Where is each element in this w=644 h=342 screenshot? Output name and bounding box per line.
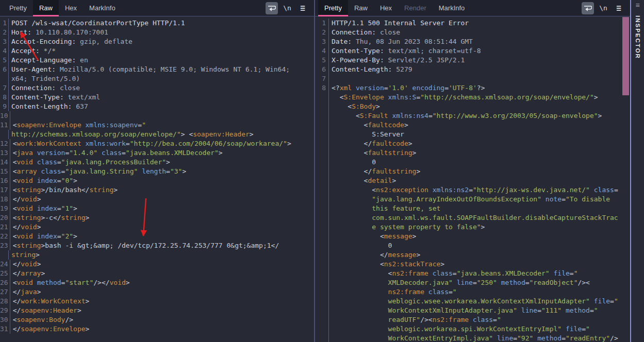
http-message-editor: PrettyRawHexMarkInfo \n ≡ 1POST /wls-wsa… (0, 0, 644, 342)
tab-markinfo[interactable]: MarkInfo (433, 0, 471, 16)
line-number: 3 (315, 37, 329, 46)
code-line: 24</void> (0, 260, 314, 269)
line-content: Connection: close (9, 83, 80, 93)
line-content: </void> (10, 260, 41, 269)
line-content: WorkContextEntryImpl.java" line="92" met… (329, 334, 618, 342)
line-number (0, 250, 9, 260)
code-line: 31</soapenv:Envelope> (0, 324, 314, 334)
line-number (315, 306, 329, 315)
tab-raw[interactable]: Raw (348, 0, 374, 16)
response-tabbar: PrettyRawHexRenderMarkInfo \n ≡ (315, 0, 630, 16)
line-content: weblogic.wsee.workarea.WorkContextXmlInp… (329, 297, 618, 306)
code-line: WorkContextEntryImpl.java" line="92" met… (315, 334, 630, 342)
line-content: 0 (329, 158, 376, 167)
request-tabbar: PrettyRawHexMarkInfo \n ≡ (0, 0, 314, 16)
line-number: 25 (0, 269, 10, 278)
code-line: 19<void index="1"> (0, 204, 314, 213)
inspector-strip[interactable]: ≡ INSPECTOR (630, 0, 644, 342)
code-line: 26<void method="start"/></void> (0, 278, 314, 287)
code-line: 1POST /wls-wsat/CoordinatorPortType HTTP… (0, 19, 314, 28)
code-line: 7 (315, 74, 630, 83)
tab-pretty[interactable]: Pretty (3, 0, 33, 16)
code-line: this feature, set (315, 204, 630, 213)
code-line: 4Content-Type: text/xml; charset=utf-8 (315, 46, 630, 56)
editor-menu-icon[interactable]: ≡ (296, 2, 309, 14)
response-scrollbar-thumb[interactable] (622, 17, 629, 95)
code-line: <detail> (315, 176, 630, 185)
line-content: readUTF"/><ns2:frame class=" (329, 315, 501, 324)
line-content: com.sun.xml.ws.fault.SOAPFaultBuilder.di… (329, 213, 618, 223)
tab-raw[interactable]: Raw (33, 0, 59, 16)
line-number (315, 148, 329, 158)
code-line: 16<void index="0"> (0, 176, 314, 185)
code-line: <faultcode> (315, 121, 630, 130)
line-number: 17 (0, 185, 10, 195)
code-line: 3Accept-Encoding: gzip, deflate (0, 37, 314, 46)
code-line: com.sun.xml.ws.fault.SOAPFaultBuilder.di… (315, 213, 630, 223)
line-number: 10 (0, 111, 10, 121)
code-line: 6User-Agent: Mozilla/5.0 (compatible; MS… (0, 65, 314, 74)
line-content: <ns2:stackTrace> (329, 260, 444, 269)
code-line: string> (0, 250, 314, 260)
code-line: 8Content-Type: text/xml (0, 93, 314, 102)
code-line: </faultstring> (315, 167, 630, 176)
tab-markinfo[interactable]: MarkInfo (83, 0, 122, 16)
line-number: 29 (0, 306, 10, 315)
code-line: <faultstring> (315, 148, 630, 158)
inspector-label: INSPECTOR (635, 15, 641, 59)
tab-render[interactable]: Render (398, 0, 433, 16)
line-content: <soapenv:Envelope xmlns:soapenv=" (10, 121, 146, 130)
line-content (329, 74, 332, 83)
line-content: <S:Body> (329, 102, 380, 111)
request-code[interactable]: 1POST /wls-wsat/CoordinatorPortType HTTP… (0, 16, 314, 342)
line-content: Content-Length: 637 (9, 102, 88, 111)
line-number: 4 (0, 46, 9, 56)
code-line: weblogic.wsee.workarea.WorkContextXmlInp… (315, 297, 630, 306)
line-number: 13 (0, 148, 10, 158)
line-content: <ns2:exception xmlns:ns2="http://jax-ws.… (329, 185, 618, 195)
tab-hex[interactable]: Hex (59, 0, 83, 16)
code-line: e system property to false"> (315, 223, 630, 232)
line-number (0, 130, 9, 139)
line-content: POST /wls-wsat/CoordinatorPortType HTTP/… (9, 19, 185, 28)
code-line: 1HTTP/1.1 500 Internal Server Error (315, 19, 630, 28)
editor-menu-icon[interactable]: ≡ (613, 2, 625, 14)
line-number: 20 (0, 213, 10, 223)
line-content: <void index="2"> (10, 232, 77, 241)
code-line: weblogic.workarea.spi.WorkContextEntryIm… (315, 324, 630, 334)
line-content: </work:WorkContext> (10, 297, 90, 306)
line-content: <work:WorkContext xmlns:work="http://bea… (10, 139, 291, 148)
response-code[interactable]: 1HTTP/1.1 500 Internal Server Error2Conn… (315, 16, 630, 342)
code-line: 15<array class="java.lang.String" length… (0, 167, 314, 176)
code-line: 9Content-Length: 637 (0, 102, 314, 111)
tab-hex[interactable]: Hex (374, 0, 398, 16)
code-line: </message> (315, 250, 630, 260)
code-line: <S:Fault xmlns:ns4="http://www.w3.org/20… (315, 111, 630, 121)
line-content: Content-Type: text/xml; charset=utf-8 (329, 46, 481, 56)
code-line: 2Host: 10.110.80.170:7001 (0, 28, 314, 37)
line-number: 7 (315, 74, 329, 83)
line-content: string> (9, 250, 40, 260)
wrap-lines-icon[interactable] (266, 2, 278, 14)
line-number (315, 139, 329, 148)
line-number: 5 (0, 56, 9, 65)
line-number: 28 (0, 297, 10, 306)
line-content: S:Server (329, 130, 404, 139)
wrap-lines-icon[interactable] (582, 2, 594, 14)
code-line: 8<?xml version='1.0' encoding='UTF-8'?> (315, 83, 630, 93)
tab-pretty[interactable]: Pretty (318, 0, 348, 16)
code-line: 17<string>/bin/bash</string> (0, 185, 314, 195)
code-line: 27</java> (0, 287, 314, 297)
line-content: e system property to false"> (329, 223, 485, 232)
line-number: 22 (0, 232, 10, 241)
newline-toggle-icon[interactable]: \n (281, 2, 293, 14)
newline-toggle-icon[interactable]: \n (597, 2, 609, 14)
line-content (10, 111, 13, 121)
code-line: </faultcode> (315, 139, 630, 148)
line-number (315, 232, 329, 241)
line-content: http://schemas.xmlsoap.org/soap/envelope… (9, 130, 254, 139)
code-line: 25</array> (0, 269, 314, 278)
line-number: 11 (0, 121, 10, 130)
code-line: readUTF"/><ns2:frame class=" (315, 315, 630, 324)
line-content: Accept-Encoding: gzip, deflate (9, 37, 133, 46)
